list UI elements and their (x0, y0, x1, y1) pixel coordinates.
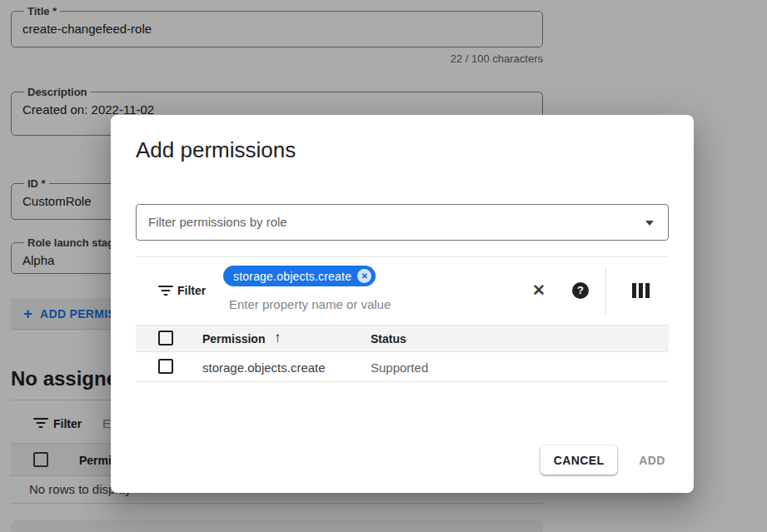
dialog-title: Add permissions (136, 137, 296, 163)
sort-ascending-icon[interactable]: ↑ (274, 330, 281, 346)
filter-funnel-icon (158, 286, 173, 296)
permission-column-header[interactable]: Permission (202, 332, 265, 346)
status-column-header[interactable]: Status (371, 332, 406, 346)
role-filter-select[interactable]: Filter permissions by role (136, 204, 669, 241)
cancel-button[interactable]: CANCEL (540, 445, 617, 475)
chip-remove-icon[interactable]: ✕ (357, 269, 371, 283)
select-all-checkbox[interactable] (158, 331, 173, 346)
add-permissions-dialog: Add permissions Filter permissions by ro… (111, 115, 694, 493)
filter-chip[interactable]: storage.objects.create ✕ (223, 266, 376, 286)
screen: Title * create-changefeed-role 22 / 100 … (0, 0, 767, 532)
row-status-cell: Supported (371, 360, 428, 375)
table-row[interactable]: storage.objects.create Supported (136, 352, 669, 382)
add-button[interactable]: ADD (620, 445, 684, 475)
filter-input[interactable]: Enter property name or value (229, 297, 391, 311)
help-icon[interactable]: ? (572, 282, 589, 299)
permissions-table-header: Permission ↑ Status (136, 325, 669, 352)
toolbar-vertical-divider (605, 267, 606, 315)
filter-chip-label: storage.objects.create (233, 270, 351, 283)
role-filter-placeholder: Filter permissions by role (148, 215, 287, 229)
dropdown-arrow-icon (645, 221, 654, 226)
filter-label: Filter (177, 284, 206, 297)
row-permission-cell: storage.objects.create (202, 360, 326, 375)
row-checkbox[interactable] (158, 359, 173, 374)
clear-filter-icon[interactable]: ✕ (530, 281, 547, 301)
toolbar-divider (136, 256, 669, 257)
columns-icon[interactable] (632, 283, 650, 298)
